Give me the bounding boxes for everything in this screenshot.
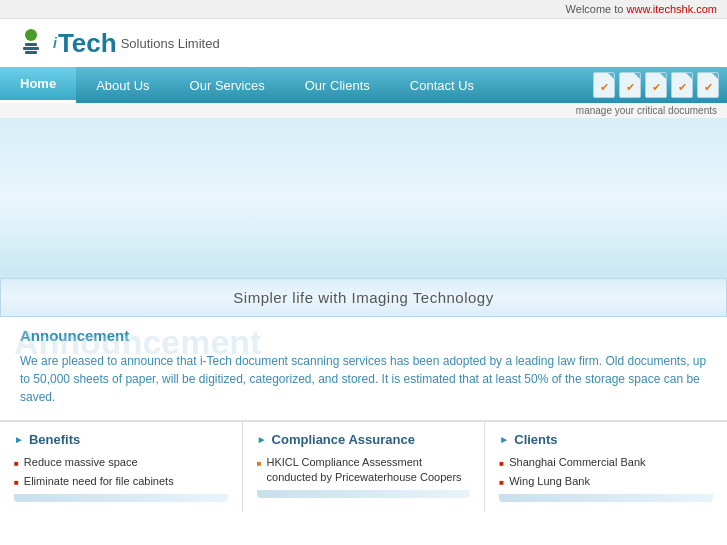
benefit-text-2: Eliminate need for file cabinets bbox=[24, 474, 174, 489]
bullet-icon-1: ■ bbox=[14, 458, 19, 469]
client-item-1: ■ Shanghai Commercial Bank bbox=[499, 455, 713, 470]
announcement-title: Announcement bbox=[20, 327, 707, 344]
svg-rect-1 bbox=[25, 43, 37, 46]
svg-rect-2 bbox=[23, 47, 39, 50]
logo-icon bbox=[15, 27, 47, 59]
clients-arrow-icon: ► bbox=[499, 434, 509, 445]
panel-compliance-header: ► Compliance Assurance bbox=[257, 432, 471, 447]
tagline-banner: Simpler life with Imaging Technology bbox=[0, 278, 727, 317]
nav-clients[interactable]: Our Clients bbox=[285, 67, 390, 103]
logo: i Tech Solutions Limited bbox=[15, 27, 220, 59]
client-text-1: Shanghai Commercial Bank bbox=[509, 455, 645, 470]
compliance-text-1: HKICL Compliance Assessment conducted by… bbox=[267, 455, 471, 486]
benefits-arrow-icon: ► bbox=[14, 434, 24, 445]
client-bullet-2: ■ bbox=[499, 477, 504, 488]
panel-clients-header: ► Clients bbox=[499, 432, 713, 447]
doc-icon-5: ✔ bbox=[697, 72, 719, 98]
doc-icon-3: ✔ bbox=[645, 72, 667, 98]
benefit-item-2: ■ Eliminate need for file cabinets bbox=[14, 474, 228, 489]
panel-tab-3 bbox=[499, 494, 713, 502]
panel-tab-2 bbox=[257, 490, 471, 498]
benefit-item-1: ■ Reduce massive space bbox=[14, 455, 228, 470]
nav-about[interactable]: About Us bbox=[76, 67, 169, 103]
panel-benefits-header: ► Benefits bbox=[14, 432, 228, 447]
tagline-text: Simpler life with Imaging Technology bbox=[233, 289, 493, 306]
bullet-icon-orange: ■ bbox=[257, 458, 262, 469]
panel-benefits: ► Benefits ■ Reduce massive space ■ Elim… bbox=[0, 422, 243, 512]
doc-icon-4: ✔ bbox=[671, 72, 693, 98]
benefits-title: Benefits bbox=[29, 432, 80, 447]
client-bullet-1: ■ bbox=[499, 458, 504, 469]
announcement-text: We are pleased to announce that i-Tech d… bbox=[20, 352, 707, 406]
compliance-item-1: ■ HKICL Compliance Assessment conducted … bbox=[257, 455, 471, 486]
hero-area bbox=[0, 118, 727, 278]
panel-clients: ► Clients ■ Shanghai Commercial Bank ■ W… bbox=[485, 422, 727, 512]
doc-icon-1: ✔ bbox=[593, 72, 615, 98]
benefit-text-1: Reduce massive space bbox=[24, 455, 138, 470]
svg-rect-3 bbox=[25, 51, 37, 54]
nav-doc-icons: ✔ ✔ ✔ ✔ ✔ bbox=[585, 67, 727, 103]
welcome-text: Welcome to bbox=[566, 3, 627, 15]
client-item-2: ■ Wing Lung Bank bbox=[499, 474, 713, 489]
website-link[interactable]: www.itechshk.com bbox=[627, 3, 717, 15]
header: i Tech Solutions Limited bbox=[0, 19, 727, 67]
logo-solutions: Solutions Limited bbox=[121, 36, 220, 51]
bottom-panels: ► Benefits ■ Reduce massive space ■ Elim… bbox=[0, 421, 727, 512]
doc-icon-2: ✔ bbox=[619, 72, 641, 98]
svg-point-0 bbox=[25, 29, 37, 41]
nav-home[interactable]: Home bbox=[0, 67, 76, 103]
compliance-title: Compliance Assurance bbox=[272, 432, 415, 447]
announcement-section: Announcement Announcement We are pleased… bbox=[0, 317, 727, 421]
clients-title: Clients bbox=[514, 432, 557, 447]
logo-tech: Tech bbox=[58, 28, 117, 59]
panel-compliance: ► Compliance Assurance ■ HKICL Complianc… bbox=[243, 422, 486, 512]
nav-bar: Home About Us Our Services Our Clients C… bbox=[0, 67, 727, 103]
nav-contact[interactable]: Contact Us bbox=[390, 67, 494, 103]
panel-tab-1 bbox=[14, 494, 228, 502]
nav-services[interactable]: Our Services bbox=[170, 67, 285, 103]
client-text-2: Wing Lung Bank bbox=[509, 474, 590, 489]
welcome-bar: Welcome to www.itechshk.com bbox=[0, 0, 727, 19]
nav-subtitle: manage your critical documents bbox=[0, 103, 727, 118]
logo-i: i bbox=[53, 35, 57, 51]
compliance-arrow-icon: ► bbox=[257, 434, 267, 445]
bullet-icon-2: ■ bbox=[14, 477, 19, 488]
